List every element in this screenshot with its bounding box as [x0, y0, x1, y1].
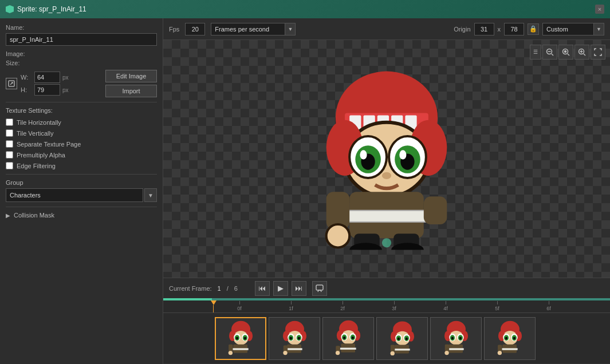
- fit-to-window-button[interactable]: [591, 45, 605, 60]
- svg-line-9: [584, 54, 585, 56]
- texture-settings-label: Texture Settings:: [6, 107, 157, 114]
- canvas-menu-button[interactable]: ☰: [530, 45, 541, 60]
- svg-rect-47: [316, 285, 323, 290]
- chat-button[interactable]: [312, 281, 327, 296]
- svg-rect-130: [498, 345, 502, 351]
- divider-1: [6, 102, 157, 102]
- svg-point-110: [451, 337, 453, 339]
- edit-image-button[interactable]: Edit Image: [105, 70, 157, 82]
- collision-mask-row[interactable]: ▶ Collision Mask: [6, 212, 157, 219]
- svg-point-85: [351, 336, 353, 339]
- play-button[interactable]: ▶: [273, 281, 288, 296]
- frame-thumb-3[interactable]: [376, 317, 428, 360]
- height-row: H: px: [21, 84, 102, 96]
- separate-texture-row: Separate Texture Page: [6, 140, 157, 148]
- svg-rect-87: [340, 347, 356, 349]
- svg-rect-101: [393, 349, 410, 350]
- fps-input[interactable]: [185, 23, 205, 35]
- name-input[interactable]: [6, 33, 157, 46]
- svg-point-124: [505, 337, 507, 339]
- ruler-mark-line: [239, 301, 240, 304]
- svg-line-6: [568, 54, 569, 56]
- playback-bar: Current Frame: 1 / 6 ⏮ ▶ ⏭: [163, 278, 610, 298]
- svg-rect-102: [390, 345, 394, 351]
- height-unit: px: [62, 87, 69, 93]
- divider-3: [6, 207, 157, 207]
- svg-point-75: [283, 350, 287, 354]
- zoom-out-button[interactable]: [542, 45, 557, 60]
- size-label: Size:: [6, 60, 157, 66]
- width-row: W: px: [21, 72, 102, 83]
- ruler-mark-5: 5f: [471, 301, 523, 311]
- frame-thumb-0[interactable]: [215, 317, 266, 360]
- ruler-mark-1: 1f: [265, 301, 317, 311]
- frame-thumb-2[interactable]: [322, 317, 374, 360]
- name-label: Name:: [6, 24, 157, 31]
- height-label: H:: [21, 86, 32, 93]
- svg-point-103: [390, 351, 394, 355]
- svg-rect-73: [286, 348, 302, 350]
- zoom-in-button[interactable]: [574, 45, 589, 60]
- svg-point-7: [565, 51, 566, 53]
- timeline-ruler[interactable]: 0f1f2f3f4f5f6f: [163, 300, 610, 313]
- lock-button[interactable]: 🔒: [528, 23, 539, 35]
- import-button[interactable]: Import: [105, 85, 157, 97]
- frames-strip: [163, 313, 610, 363]
- playhead[interactable]: [211, 300, 217, 313]
- total-frames: 6: [234, 285, 238, 292]
- size-fields: W: px H: px: [21, 72, 102, 96]
- premultiply-alpha-checkbox[interactable]: [6, 151, 13, 159]
- ruler-mark-0: 0f: [214, 301, 265, 311]
- separate-texture-checkbox[interactable]: [6, 140, 13, 148]
- ruler-mark-6: 6f: [523, 301, 574, 311]
- fps-mode-select[interactable]: Frames per second Frames per game frame: [211, 23, 285, 35]
- frame-thumb-4[interactable]: [430, 317, 482, 360]
- frame-thumb-5[interactable]: [484, 317, 536, 360]
- fps-mode-arrow[interactable]: ▼: [285, 23, 296, 35]
- ruler-mark-4: 4f: [420, 301, 471, 311]
- origin-preset-select[interactable]: Custom Top Left Top Center Top Right Cen…: [542, 23, 594, 35]
- group-select[interactable]: Characters Default None: [6, 188, 143, 202]
- left-panel: Name: Image: Size: W: px H:: [0, 18, 163, 364]
- frame-thumb-1[interactable]: [269, 317, 320, 360]
- svg-point-68: [289, 337, 292, 339]
- premultiply-alpha-label: Premultiply Alpha: [17, 152, 65, 159]
- svg-rect-116: [444, 344, 448, 351]
- zoom-reset-button[interactable]: [558, 45, 573, 60]
- ruler-mark-line: [343, 301, 343, 304]
- origin-x-input[interactable]: [474, 23, 494, 35]
- edge-filtering-checkbox[interactable]: [6, 162, 13, 169]
- tile-horizontally-checkbox[interactable]: [6, 118, 13, 126]
- origin-preset-arrow[interactable]: ▼: [594, 23, 604, 35]
- canvas-toolbar: ☰: [530, 45, 605, 60]
- playback-controls: ⏮ ▶ ⏭: [255, 281, 327, 296]
- top-toolbar: Fps Frames per second Frames per game fr…: [163, 18, 610, 40]
- ruler-mark-line: [497, 301, 498, 304]
- close-button[interactable]: ×: [595, 5, 604, 14]
- ruler-marks: 0f1f2f3f4f5f6f: [163, 301, 610, 311]
- divider-2: [6, 174, 157, 175]
- skip-to-start-button[interactable]: ⏮: [255, 281, 270, 296]
- current-frame-label: Current Frame:: [169, 285, 212, 292]
- window-title: Sprite: spr_P_InAir_11: [17, 5, 86, 13]
- collision-mask-label: Collision Mask: [14, 212, 54, 219]
- svg-point-28: [360, 150, 367, 159]
- height-input[interactable]: [34, 84, 60, 96]
- svg-point-54: [235, 337, 238, 339]
- size-resize-icon: [6, 78, 17, 89]
- playhead-line: [213, 305, 214, 313]
- origin-y-input[interactable]: [504, 23, 524, 35]
- tile-vertically-row: Tile Vertically: [6, 129, 157, 137]
- width-unit: px: [62, 74, 69, 81]
- svg-point-33: [399, 150, 406, 159]
- size-row: W: px H: px Edit Image Import: [6, 70, 157, 97]
- playhead-triangle: [211, 300, 217, 305]
- width-input[interactable]: [34, 72, 60, 83]
- sprite-preview: [312, 66, 461, 251]
- tile-vertically-checkbox[interactable]: [6, 129, 13, 137]
- svg-point-61: [228, 350, 232, 354]
- skip-to-end-button[interactable]: ⏭: [292, 281, 306, 296]
- tile-horizontally-label: Tile Horizontally: [17, 119, 61, 126]
- title-bar-left: Sprite: spr_P_InAir_11: [6, 5, 86, 13]
- group-dropdown-arrow[interactable]: ▼: [144, 188, 157, 202]
